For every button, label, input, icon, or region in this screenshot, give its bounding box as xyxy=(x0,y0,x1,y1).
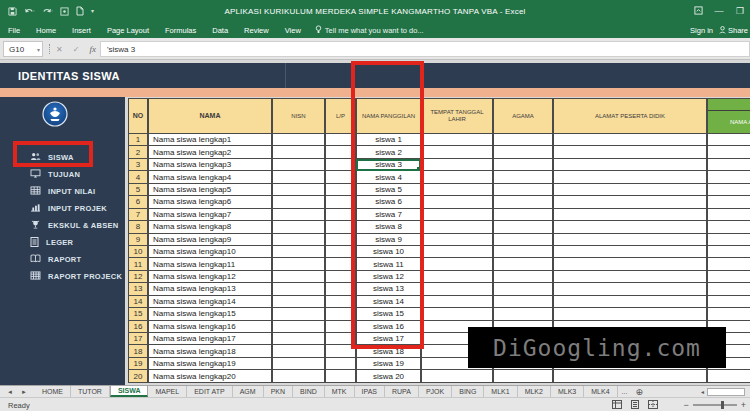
cell-nama[interactable]: Nama siswa lengkap8 xyxy=(148,221,272,233)
cell-tempat[interactable] xyxy=(421,234,493,246)
cell-tempat[interactable] xyxy=(421,134,493,146)
sheet-tab-mlk2[interactable]: MLK2 xyxy=(518,386,551,397)
cell-extra[interactable] xyxy=(707,209,750,221)
cell-panggilan[interactable]: siswa 3 xyxy=(356,159,421,171)
cell-no[interactable]: 5 xyxy=(128,184,148,196)
cell-lp[interactable] xyxy=(325,271,356,283)
cell-panggilan[interactable]: siswa 8 xyxy=(356,221,421,233)
cell-tempat[interactable] xyxy=(421,221,493,233)
sidebar-item-tujuan[interactable]: TUJUAN xyxy=(0,166,125,183)
cell-agama[interactable] xyxy=(493,134,553,146)
cell-tempat[interactable] xyxy=(421,271,493,283)
cell-extra[interactable] xyxy=(707,258,750,270)
cell-nama[interactable]: Nama siswa lengkap15 xyxy=(148,308,272,320)
cell-nama[interactable]: Nama siswa lengkap4 xyxy=(148,171,272,183)
cell-agama[interactable] xyxy=(493,209,553,221)
zoom-slider-handle[interactable] xyxy=(721,401,724,409)
ribbon-tab-insert[interactable]: Insert xyxy=(64,22,99,38)
cell-agama[interactable] xyxy=(493,146,553,158)
ribbon-display-options-icon[interactable] xyxy=(692,6,704,17)
cell-nama[interactable]: Nama siswa lengkap13 xyxy=(148,283,272,295)
cell-panggilan[interactable]: siswa 12 xyxy=(356,271,421,283)
sidebar-item-input-nilai[interactable]: INPUT NILAI xyxy=(0,183,125,200)
column-header-nama-panggilan[interactable]: NAMA PANGGILAN xyxy=(356,98,421,134)
cell-nisn[interactable] xyxy=(272,271,325,283)
sheet-tab-mapel[interactable]: MAPEL xyxy=(148,386,187,397)
cell-lp[interactable] xyxy=(325,370,356,382)
cell-nama[interactable]: Nama siswa lengkap20 xyxy=(148,370,272,382)
cell-panggilan[interactable]: siswa 17 xyxy=(356,333,421,345)
cell-alamat[interactable] xyxy=(553,146,707,158)
sheet-tab-home[interactable]: HOME xyxy=(35,386,71,397)
cell-alamat[interactable] xyxy=(553,271,707,283)
cell-no[interactable]: 6 xyxy=(128,196,148,208)
add-sheet-button[interactable]: ⊕ xyxy=(631,386,647,397)
cell-alamat[interactable] xyxy=(553,308,707,320)
column-header-nama-a[interactable]: NAMA A xyxy=(707,98,750,134)
cell-nama[interactable]: Nama siswa lengkap12 xyxy=(148,271,272,283)
cell-tempat[interactable] xyxy=(421,308,493,320)
cell-alamat[interactable] xyxy=(553,196,707,208)
cell-alamat[interactable] xyxy=(553,234,707,246)
cell-extra[interactable] xyxy=(707,146,750,158)
cell-nama[interactable]: Nama siswa lengkap7 xyxy=(148,209,272,221)
cell-lp[interactable] xyxy=(325,209,356,221)
cell-agama[interactable] xyxy=(493,258,553,270)
ribbon-tab-data[interactable]: Data xyxy=(204,22,236,38)
cell-panggilan[interactable]: siswa 10 xyxy=(356,246,421,258)
save-icon[interactable] xyxy=(8,7,17,16)
cell-nisn[interactable] xyxy=(272,146,325,158)
zoom-slider[interactable] xyxy=(693,404,737,406)
column-header-alamat-peserta-didik[interactable]: ALAMAT PESERTA DIDIK xyxy=(553,98,707,134)
enter-button[interactable]: ✓ xyxy=(73,45,80,54)
cell-no[interactable]: 20 xyxy=(128,370,148,382)
cell-panggilan[interactable]: siswa 5 xyxy=(356,184,421,196)
sheet-tab-siswa[interactable]: SISWA xyxy=(110,386,149,397)
cell-tempat[interactable] xyxy=(421,246,493,258)
page-layout-view-icon[interactable] xyxy=(630,400,640,411)
cell-alamat[interactable] xyxy=(553,134,707,146)
cell-no[interactable]: 13 xyxy=(128,283,148,295)
cell-nama[interactable]: Nama siswa lengkap5 xyxy=(148,184,272,196)
redo-icon[interactable] xyxy=(42,7,53,16)
ribbon-tab-view[interactable]: View xyxy=(277,22,309,38)
cell-nisn[interactable] xyxy=(272,221,325,233)
cell-nisn[interactable] xyxy=(272,171,325,183)
cell-lp[interactable] xyxy=(325,159,356,171)
cell-extra[interactable] xyxy=(707,134,750,146)
cell-nama[interactable]: Nama siswa lengkap17 xyxy=(148,333,272,345)
cell-nama[interactable]: Nama siswa lengkap2 xyxy=(148,146,272,158)
cell-alamat[interactable] xyxy=(553,283,707,295)
horizontal-scrollbar[interactable]: ◄ xyxy=(700,388,745,396)
cell-nisn[interactable] xyxy=(272,159,325,171)
cell-tempat[interactable] xyxy=(421,296,493,308)
cell-tempat[interactable] xyxy=(421,258,493,270)
cell-nisn[interactable] xyxy=(272,296,325,308)
sheet-tab-mlk3[interactable]: MLK3 xyxy=(551,386,584,397)
cell-nisn[interactable] xyxy=(272,345,325,357)
cell-no[interactable]: 2 xyxy=(128,146,148,158)
cell-tempat[interactable] xyxy=(421,159,493,171)
cell-agama[interactable] xyxy=(493,271,553,283)
cell-panggilan[interactable]: siswa 19 xyxy=(356,358,421,370)
sheet-tab-bing[interactable]: BING xyxy=(452,386,484,397)
cell-lp[interactable] xyxy=(325,308,356,320)
cell-alamat[interactable] xyxy=(553,246,707,258)
tell-me-box[interactable]: Tell me what you want to do... xyxy=(309,25,424,36)
cell-no[interactable]: 16 xyxy=(128,321,148,333)
cell-extra[interactable] xyxy=(707,283,750,295)
cell-no[interactable]: 8 xyxy=(128,221,148,233)
cell-nama[interactable]: Nama siswa lengkap11 xyxy=(148,258,272,270)
cell-agama[interactable] xyxy=(493,171,553,183)
sheet-tab-agm[interactable]: AGM xyxy=(233,386,264,397)
cell-alamat[interactable] xyxy=(553,209,707,221)
sidebar-item-raport[interactable]: RAPORT xyxy=(0,251,125,268)
cell-nisn[interactable] xyxy=(272,258,325,270)
sheet-tab-mlk1[interactable]: MLK1 xyxy=(484,386,517,397)
cancel-button[interactable]: ✕ xyxy=(56,45,63,54)
cell-panggilan[interactable]: siswa 16 xyxy=(356,321,421,333)
cell-no[interactable]: 11 xyxy=(128,258,148,270)
cell-extra[interactable] xyxy=(707,308,750,320)
cell-agama[interactable] xyxy=(493,196,553,208)
cell-nisn[interactable] xyxy=(272,134,325,146)
